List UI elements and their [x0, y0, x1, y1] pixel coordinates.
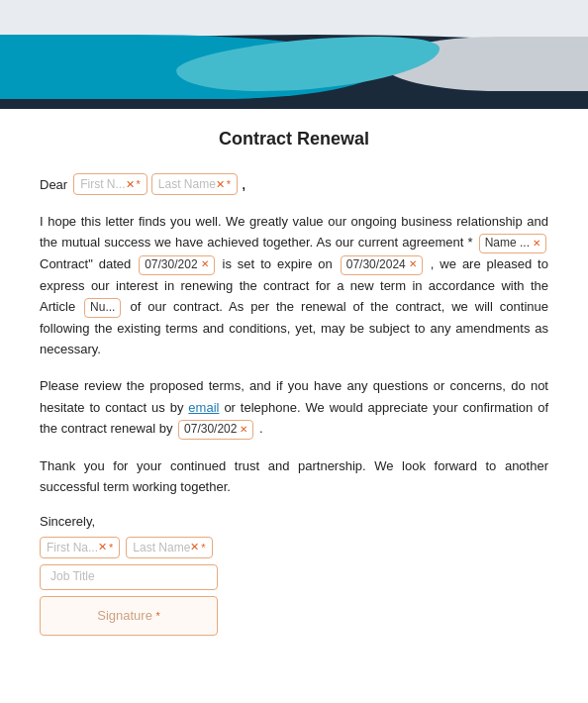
content: Contract Renewal Dear First N... ✕ Last … [0, 109, 588, 669]
job-title-field[interactable]: Job Title [40, 564, 218, 590]
first-name-field[interactable]: First N... ✕ [73, 173, 147, 195]
name-field[interactable]: Name ... ✕ [479, 234, 546, 253]
page: Contract Renewal Dear First N... ✕ Last … [0, 0, 588, 703]
date1-field[interactable]: 07/30/202 ✕ [139, 255, 214, 275]
job-title-placeholder: Job Title [50, 569, 95, 583]
date2-field[interactable]: 07/30/2024 ✕ [341, 255, 423, 275]
para3-text: Thank you for your continued trust and p… [40, 458, 548, 494]
signature-row: Signature * [40, 596, 548, 636]
first-name-placeholder: First N... [80, 177, 125, 191]
date3-field[interactable]: 07/30/202 ✕ [178, 420, 253, 440]
paragraph-2: Please review the proposed terms, and if… [40, 375, 548, 439]
para1-text1: I hope this letter finds you well. We gr… [40, 214, 548, 250]
para1-text2: is set to expire on [223, 256, 339, 271]
contract-text: Contract" dated [40, 256, 137, 271]
sig-last-name-field[interactable]: Last Name ✕ [126, 537, 212, 558]
first-name-remove[interactable]: ✕ [126, 178, 135, 191]
last-name-field[interactable]: Last Name ✕ [151, 173, 238, 195]
date2-value: 07/30/2024 [346, 255, 406, 275]
last-name-placeholder: Last Name [158, 177, 216, 191]
sig-first-name-placeholder: First Na... [47, 541, 98, 554]
email-link[interactable]: email [188, 400, 219, 415]
nu-placeholder: Nu... [90, 298, 115, 318]
name-placeholder: Name ... [485, 234, 530, 253]
paragraph-3: Thank you for your continued trust and p… [40, 455, 548, 498]
last-name-remove[interactable]: ✕ [216, 178, 225, 191]
sig-first-name-field[interactable]: First Na... ✕ [40, 537, 120, 558]
sig-last-name-remove[interactable]: ✕ [190, 541, 199, 553]
date3-remove[interactable]: ✕ [240, 422, 247, 439]
dear-line: Dear First N... ✕ Last Name ✕ , [40, 173, 548, 195]
date1-value: 07/30/202 [145, 255, 197, 275]
dear-label: Dear [40, 177, 67, 192]
sig-last-name-placeholder: Last Name [133, 541, 190, 554]
sig-first-name-remove[interactable]: ✕ [98, 541, 107, 553]
para2-period: . [259, 421, 263, 436]
sig-name-row: First Na... ✕ Last Name ✕ [40, 537, 548, 558]
comma: , [242, 175, 245, 193]
signature-field[interactable]: Signature * [40, 596, 218, 636]
date1-remove[interactable]: ✕ [201, 256, 209, 273]
date3-value: 07/30/202 [184, 420, 237, 440]
sincerely-label: Sincerely, [40, 514, 548, 529]
signature-placeholder: Signature [97, 608, 152, 623]
date2-remove[interactable]: ✕ [409, 256, 417, 273]
header-wave [0, 0, 588, 109]
job-title-row: Job Title [40, 564, 548, 590]
page-title: Contract Renewal [40, 129, 548, 150]
paragraph-1: I hope this letter finds you well. We gr… [40, 211, 548, 359]
nu-field[interactable]: Nu... [84, 298, 121, 318]
sincerely-block: Sincerely, First Na... ✕ Last Name ✕ Job… [40, 514, 548, 636]
name-remove[interactable]: ✕ [533, 236, 540, 252]
signature-required: * [156, 610, 160, 622]
